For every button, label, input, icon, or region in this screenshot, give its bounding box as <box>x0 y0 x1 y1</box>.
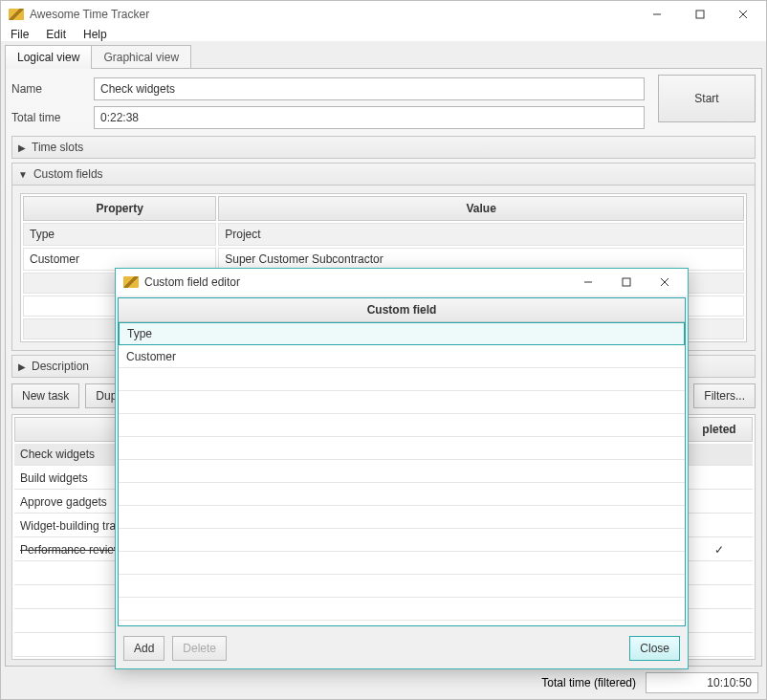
col-property[interactable]: Property <box>23 196 216 221</box>
status-footer: Total time (filtered) <box>5 667 762 699</box>
start-button[interactable]: Start <box>658 75 756 122</box>
view-tabs: Logical view Graphical view <box>5 45 762 69</box>
close-button[interactable] <box>721 1 764 28</box>
col-completed[interactable]: pleted <box>686 417 753 442</box>
dialog-title: Custom field editor <box>144 275 569 289</box>
menu-edit[interactable]: Edit <box>46 28 66 41</box>
list-item[interactable] <box>119 529 685 552</box>
filters-button[interactable]: Filters... <box>693 383 756 408</box>
app-icon <box>9 9 24 20</box>
close-dialog-button[interactable]: Close <box>629 636 680 661</box>
list-item[interactable] <box>119 368 685 391</box>
window-title: Awesome Time Tracker <box>30 8 635 21</box>
dialog-titlebar[interactable]: Custom field editor <box>116 269 688 295</box>
chevron-right-icon: ▶ <box>18 142 26 153</box>
total-time-label: Total time (filtered) <box>541 676 636 689</box>
total-time-value[interactable] <box>646 672 758 693</box>
new-task-button[interactable]: New task <box>11 383 79 408</box>
menu-help[interactable]: Help <box>83 28 107 41</box>
list-item[interactable]: Type <box>119 322 685 345</box>
dialog-footer: Add Delete Close <box>116 628 688 668</box>
expander-timeslots[interactable]: ▶ Time slots <box>11 136 756 159</box>
app-icon <box>123 276 139 288</box>
tab-logical-view[interactable]: Logical view <box>5 45 92 69</box>
dialog-minimize-button[interactable] <box>569 270 607 295</box>
minimize-button[interactable] <box>635 1 678 28</box>
totaltime-input[interactable] <box>94 106 645 129</box>
list-item[interactable] <box>119 483 685 506</box>
dialog-column-header[interactable]: Custom field <box>119 298 685 322</box>
maximize-button[interactable] <box>678 1 721 28</box>
delete-button[interactable]: Delete <box>172 636 227 661</box>
expander-customfields[interactable]: ▼ Custom fields <box>11 163 756 186</box>
chevron-down-icon: ▼ <box>18 169 28 180</box>
dialog-maximize-button[interactable] <box>607 270 646 295</box>
checkmark-icon: ✓ <box>714 543 724 557</box>
list-item[interactable] <box>119 414 685 437</box>
custom-field-editor-dialog: Custom field editor Custom field Type Cu… <box>115 268 689 669</box>
list-item[interactable] <box>119 598 685 621</box>
table-row[interactable]: Type Project <box>23 223 744 246</box>
tab-graphical-view[interactable]: Graphical view <box>91 45 191 69</box>
add-button[interactable]: Add <box>123 636 164 661</box>
list-item[interactable]: Customer <box>119 345 685 368</box>
name-input[interactable] <box>94 77 645 100</box>
list-item[interactable] <box>119 391 685 414</box>
col-value[interactable]: Value <box>218 196 744 221</box>
name-label: Name <box>11 82 94 96</box>
svg-rect-5 <box>623 278 630 286</box>
list-item[interactable] <box>119 437 685 460</box>
dialog-close-button[interactable] <box>646 270 684 295</box>
list-item[interactable] <box>119 552 685 575</box>
totaltime-label: Total time <box>11 111 94 124</box>
list-item[interactable] <box>119 575 685 598</box>
list-item[interactable] <box>119 460 685 483</box>
menu-file[interactable]: File <box>11 28 29 41</box>
svg-rect-1 <box>696 11 704 18</box>
titlebar[interactable]: Awesome Time Tracker <box>1 1 766 28</box>
list-item[interactable] <box>119 506 685 529</box>
menubar: File Edit Help <box>1 28 766 41</box>
chevron-right-icon: ▶ <box>18 361 26 372</box>
